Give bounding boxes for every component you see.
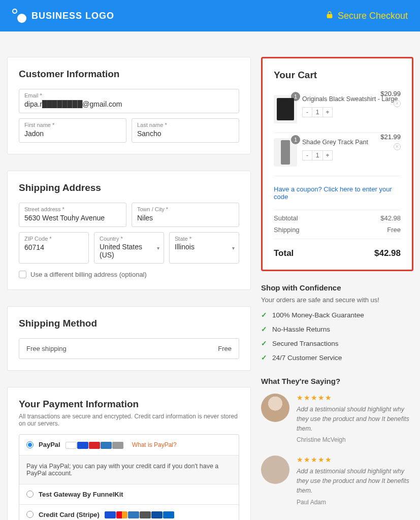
customer-info-card: Customer Information Email * First name …	[7, 57, 251, 154]
check-icon: ✓	[261, 311, 267, 319]
coupon-link[interactable]: Have a coupon? Click here to enter your …	[274, 176, 401, 210]
chevron-down-icon: ▾	[157, 245, 159, 251]
different-billing-checkbox[interactable]: Use a different billing address (optiona…	[19, 271, 239, 278]
check-icon: ✓	[261, 325, 267, 333]
qty-minus-button[interactable]: -	[302, 150, 312, 160]
confidence-heading: Shop with Confidence	[261, 283, 413, 292]
street-input[interactable]	[24, 214, 121, 222]
shipping-option[interactable]: Free shipping Free	[19, 338, 239, 359]
logo-mark	[12, 9, 26, 23]
payment-heading: Your Payment Information	[19, 399, 239, 410]
state-select[interactable]: State * Illinois ▾	[169, 232, 239, 264]
radio-icon	[26, 511, 34, 518]
email-input[interactable]	[24, 100, 234, 108]
shop-confidence: Shop with Confidence Your orders are saf…	[261, 283, 413, 362]
subtotal-row: Subtotal$42.98	[274, 210, 401, 222]
zip-field[interactable]: ZIP Code *	[19, 232, 89, 264]
shipping-heading: Shipping Address	[19, 182, 239, 193]
check-icon: ✓	[261, 353, 267, 362]
email-field-wrap[interactable]: Email *	[19, 89, 239, 113]
avatar	[261, 456, 289, 484]
city-input[interactable]	[137, 214, 234, 222]
qty-badge: 1	[291, 92, 300, 101]
city-field[interactable]: Town / City *	[132, 203, 239, 227]
cart-card: Your Cart 1 Originals Black Sweatshirt -…	[261, 57, 413, 271]
star-rating-icon: ★★★★★	[297, 394, 413, 402]
zip-input[interactable]	[24, 243, 83, 251]
what-is-paypal-link[interactable]: What is PayPal?	[132, 441, 177, 448]
paypal-description: Pay via PayPal; you can pay with your cr…	[19, 456, 239, 484]
payment-option-test-gateway[interactable]: Test Gateway By FunnelKit	[19, 484, 239, 505]
payment-option-paypal[interactable]: PayPal What is PayPal?	[19, 435, 239, 456]
logo-text: BUSINESS LOGO	[31, 11, 114, 21]
qty-control: - 1 +	[302, 107, 401, 117]
qty-value: 1	[312, 107, 322, 117]
testimonial-text: Add a testimonial should highlight why t…	[297, 467, 413, 495]
total-row: Total$42.98	[274, 239, 401, 258]
country-select[interactable]: Country * United States (US) ▾	[94, 232, 164, 264]
testimonials-heading: What They're Saying?	[261, 377, 413, 385]
qty-badge: 1	[291, 135, 300, 144]
top-bar: BUSINESS LOGO Secure Checkout	[0, 0, 420, 31]
business-logo[interactable]: BUSINESS LOGO	[12, 9, 114, 23]
checkbox-icon	[19, 271, 26, 278]
testimonial: ★★★★★ Add a testimonial should highlight…	[261, 456, 413, 505]
street-field[interactable]: Street address *	[19, 203, 126, 227]
qty-minus-button[interactable]: -	[302, 107, 312, 117]
payment-subtext: All transactions are secure and encrypte…	[19, 413, 239, 427]
qty-control: - 1 +	[302, 150, 401, 160]
cart-item-price: $21.99	[380, 133, 401, 141]
lock-icon	[326, 11, 334, 21]
benefit-item: ✓24/7 Customer Service	[261, 353, 413, 362]
cart-heading: Your Cart	[274, 70, 401, 81]
benefit-item: ✓Secured Transactions	[261, 339, 413, 347]
shipping-method-card: Shipping Method Free shipping Free	[7, 306, 251, 371]
payment-option-stripe[interactable]: Credit Card (Stripe)	[19, 505, 239, 520]
cart-item: 1 Originals Black Sweatshirt - Large - 1…	[274, 90, 401, 133]
first-name-input[interactable]	[24, 129, 121, 138]
radio-icon	[26, 491, 34, 498]
payment-options: PayPal What is PayPal? Pay via PayPal; y…	[19, 434, 239, 520]
shipping-address-card: Shipping Address Street address * Town /…	[7, 171, 251, 290]
cart-item: 1 Shade Grey Track Pant - 1 + $21.99 ✕	[274, 133, 401, 176]
testimonial-text: Add a testimonial should highlight why t…	[297, 405, 413, 433]
testimonial: ★★★★★ Add a testimonial should highlight…	[261, 394, 413, 443]
qty-plus-button[interactable]: +	[322, 150, 333, 160]
paypal-card-icons	[66, 441, 124, 449]
method-heading: Shipping Method	[19, 318, 239, 329]
testimonial-author: Paul Adam	[297, 499, 413, 506]
chevron-down-icon: ▾	[232, 245, 235, 251]
cart-item-price: $20.99	[380, 90, 401, 98]
remove-item-button[interactable]: ✕	[394, 143, 401, 150]
confidence-sub: Your orders are safe and secure with us!	[261, 296, 413, 304]
testimonial-author: Christine McVeigh	[297, 436, 413, 443]
benefit-item: ✓100% Money-Back Guarantee	[261, 311, 413, 319]
product-thumbnail: 1	[274, 95, 297, 123]
star-rating-icon: ★★★★★	[297, 456, 413, 464]
product-thumbnail: 1	[274, 138, 297, 167]
secure-text: Secure Checkout	[338, 11, 408, 21]
payment-card: Your Payment Information All transaction…	[7, 387, 251, 520]
qty-value: 1	[312, 150, 322, 160]
last-name-input[interactable]	[137, 129, 234, 138]
check-icon: ✓	[261, 339, 267, 347]
secure-checkout: Secure Checkout	[326, 11, 408, 21]
remove-item-button[interactable]: ✕	[394, 100, 401, 107]
shipping-row: ShippingFree	[274, 222, 401, 234]
benefit-item: ✓No-Hassle Returns	[261, 325, 413, 333]
stripe-card-icons	[105, 511, 175, 519]
qty-plus-button[interactable]: +	[322, 107, 333, 117]
email-label: Email *	[24, 92, 234, 99]
first-name-field[interactable]: First name *	[19, 118, 126, 143]
customer-heading: Customer Information	[19, 69, 239, 80]
radio-checked-icon	[26, 441, 34, 448]
avatar	[261, 394, 289, 422]
last-name-field[interactable]: Last name *	[132, 118, 239, 143]
